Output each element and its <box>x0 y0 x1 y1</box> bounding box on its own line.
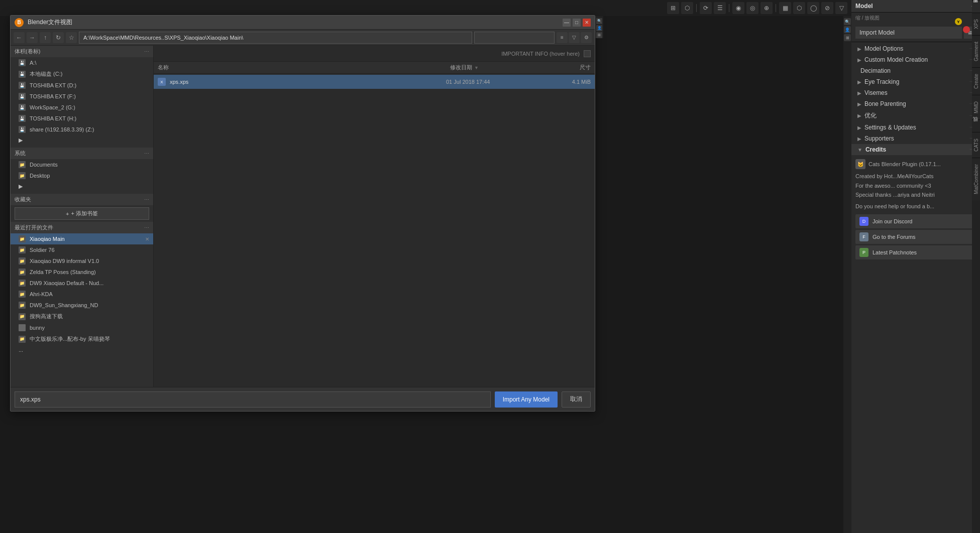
toolbar-icon-1[interactable]: ⊞ <box>667 2 679 14</box>
sidebar-item-f[interactable]: 💾 TOSHIBA EXT (F:) <box>11 91 153 102</box>
left-icon-1[interactable]: 🔍 <box>596 18 602 24</box>
sidebar-item-dw9-sun[interactable]: 📁 DW9_Sun_Shangxiang_ND <box>11 300 153 311</box>
panel-item-custom-model[interactable]: ▶ Custom Model Creation ⋯ <box>851 54 980 65</box>
view-list-button[interactable]: ≡ <box>557 32 568 43</box>
panel-item-model-options[interactable]: ▶ Model Options ⋯ <box>851 43 980 54</box>
panel-item-bone-parenting[interactable]: ▶ Bone Parenting ⋯ <box>851 98 980 109</box>
sort-icon[interactable]: ▼ <box>474 65 479 70</box>
volumes-header[interactable]: 体积(卷标) ⋯ <box>11 46 153 57</box>
search-input[interactable] <box>474 32 555 44</box>
minimize-button[interactable]: — <box>563 19 571 27</box>
sidebar-item-soldier76[interactable]: 📁 Soldier 76 <box>11 244 153 255</box>
file-main-area: IMPORTANT INFO (hover here) 名称 修改日期 ▼ 尺寸… <box>154 46 595 387</box>
panel-icon-search[interactable]: 🔍 <box>844 18 851 25</box>
toolbar-icon-9[interactable]: ⬡ <box>793 2 805 14</box>
folder-icon-ahri: 📁 <box>19 291 26 298</box>
important-info-text[interactable]: IMPORTANT INFO (hover here) <box>501 51 580 57</box>
vtab-garment[interactable]: Garment <box>972 35 980 67</box>
panel-item-visemes[interactable]: ▶ Visemes ⋯ <box>851 87 980 98</box>
panel-item-credits[interactable]: ▼ Credits ⋯ <box>851 144 980 155</box>
bookmarks-header[interactable]: 收藏夹 ⋯ <box>11 194 153 205</box>
toolbar-icon-11[interactable]: ⊘ <box>821 2 833 14</box>
sidebar-item-g[interactable]: 💾 WorkSpace_2 (G:) <box>11 102 153 113</box>
vtab-mmd[interactable]: MMD <box>972 95 980 119</box>
sidebar-item-sogou[interactable]: 📁 搜狗高速下载 <box>11 311 153 322</box>
sidebar-item-ahri[interactable]: 📁 Ahri-KDA <box>11 289 153 300</box>
file-row-xps[interactable]: X xps.xps 01 Jul 2018 17:44 4.1 MiB <box>154 75 595 89</box>
import-model-button[interactable]: Import Model <box>855 27 962 39</box>
sidebar-item-xiaoqiao-main[interactable]: 📁 Xiaoqiao Main ✕ <box>11 233 153 244</box>
toolbar-icon-2[interactable]: ⬡ <box>681 2 693 14</box>
sidebar-item-documents[interactable]: 📁 Documents <box>11 159 153 170</box>
refresh-button[interactable]: ↻ <box>53 32 64 43</box>
sidebar-item-xiaoqiao-dw9[interactable]: 📁 Xiaoqiao DW9 informal V1.0 <box>11 255 153 266</box>
system-toggle: ⋯ <box>144 151 149 156</box>
panel-icon-person[interactable]: 👤 <box>844 26 851 33</box>
toolbar-icon-5[interactable]: ◉ <box>732 2 744 14</box>
important-info-checkbox[interactable] <box>584 50 591 57</box>
sidebar-item-c[interactable]: 💾 本地磁盘 (C:) <box>11 68 153 80</box>
sidebar-item-more[interactable]: ... <box>11 345 153 355</box>
panel-item-eye-tracking[interactable]: ▶ Eye Tracking ⋯ <box>851 76 980 87</box>
up-button[interactable]: ↑ <box>40 32 51 43</box>
panel-item-settings[interactable]: ▶ Settings & Updates ⋯ <box>851 122 980 133</box>
forward-button[interactable]: → <box>27 32 38 43</box>
recent-header[interactable]: 最近打开的文件 ⋯ <box>11 222 153 233</box>
vtab-matcombiner[interactable]: MatCombiner <box>972 158 980 200</box>
view-filter-button[interactable]: ▽ <box>569 32 580 43</box>
panel-item-decimation[interactable]: Decimation ⋯ <box>851 65 980 76</box>
sidebar-item-d[interactable]: 💾 TOSHIBA EXT (D:) <box>11 80 153 91</box>
sidebar-item-bunny[interactable]: bunny <box>11 322 153 333</box>
toolbar-divider-1 <box>696 4 697 12</box>
system-header[interactable]: 系统 ⋯ <box>11 148 153 159</box>
vtab-xps[interactable]: XPS <box>972 13 980 35</box>
sidebar-item-desktop[interactable]: 📁 Desktop <box>11 170 153 181</box>
forums-button[interactable]: F Go to the Forums <box>855 230 976 244</box>
toolbar-icon-4[interactable]: ☰ <box>714 2 726 14</box>
cancel-button[interactable]: 取消 <box>562 391 591 408</box>
bookmark-button[interactable]: ☆ <box>66 32 77 43</box>
toolbar-icon-10[interactable]: ◯ <box>807 2 819 14</box>
toolbar-icon-7[interactable]: ⊕ <box>760 2 773 14</box>
panel-icon-grid[interactable]: ⊞ <box>844 34 851 41</box>
toolbar-icon-6[interactable]: ◎ <box>746 2 758 14</box>
add-bookmark-button[interactable]: + + 添加书签 <box>15 207 149 220</box>
vtab-create[interactable]: Create <box>972 67 980 95</box>
window-controls: — □ ✕ <box>563 19 591 27</box>
left-icon-2[interactable]: 👤 <box>596 25 602 31</box>
sidebar-item-dw9-xiaoqiao[interactable]: 📁 DW9 Xiaoqiao Default - Nud... <box>11 278 153 289</box>
toolbar-icon-3[interactable]: ⟳ <box>700 2 712 14</box>
col-name-header: 名称 <box>158 64 450 71</box>
vtab-cats[interactable]: CATS <box>972 132 980 158</box>
forums-icon: F <box>859 232 868 241</box>
remove-recent-icon[interactable]: ✕ <box>145 236 149 242</box>
optimize-arrow: ▶ <box>857 113 861 118</box>
sidebar-item-z[interactable]: 💾 share (\\192.168.3.39) (Z:) <box>11 124 153 135</box>
discord-button[interactable]: D Join our Discord <box>855 214 976 228</box>
patchnotes-button[interactable]: P Latest Patchnotes <box>855 245 976 259</box>
close-button[interactable]: ✕ <box>583 19 591 27</box>
panel-item-optimize[interactable]: ▶ 优化 ⋯ <box>851 109 980 122</box>
back-button[interactable]: ← <box>14 32 25 43</box>
vtab-eyeline[interactable]: 视线 <box>972 119 980 132</box>
sidebar-item-zelda[interactable]: 📁 Zelda TP Poses (Standing) <box>11 266 153 278</box>
model-title: Model <box>855 3 873 10</box>
supporters-arrow: ▶ <box>857 136 861 142</box>
left-icon-panel: 🔍 👤 ⊞ <box>595 16 603 38</box>
maximize-button[interactable]: □ <box>573 19 581 27</box>
toolbar-icon-12[interactable]: ▽ <box>835 2 847 14</box>
path-input[interactable] <box>79 32 472 44</box>
left-icon-3[interactable]: ⊞ <box>596 32 602 38</box>
sidebar-item-h[interactable]: 💾 TOSHIBA EXT (H:) <box>11 113 153 124</box>
vtab-view[interactable]: 视图 <box>972 0 980 13</box>
filename-input[interactable] <box>15 391 491 408</box>
view-settings-button[interactable]: ⚙ <box>581 32 592 43</box>
window-titlebar: B Blender文件视图 — □ ✕ <box>11 16 595 30</box>
import-button[interactable]: Import Any Model <box>495 391 558 408</box>
sidebar-item-expand[interactable]: ▶ <box>11 135 153 146</box>
toolbar-icon-8[interactable]: ▦ <box>779 2 791 14</box>
sidebar-item-system-expand[interactable]: ▶ <box>11 181 153 192</box>
panel-item-supporters[interactable]: ▶ Supporters ⋯ <box>851 133 980 144</box>
sidebar-item-chinese[interactable]: 📁 中文版极乐净...配布-by 呆喵挠琴 <box>11 333 153 345</box>
sidebar-item-a[interactable]: 💾 A:\ <box>11 57 153 68</box>
